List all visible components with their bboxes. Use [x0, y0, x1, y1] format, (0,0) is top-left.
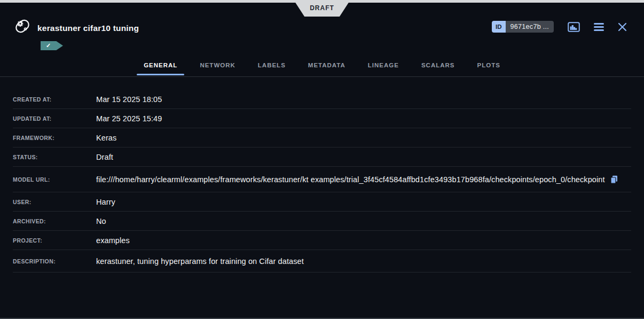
menu-button[interactable] — [594, 23, 604, 31]
field-value: No — [96, 217, 106, 225]
tab-general[interactable]: GENERAL — [137, 53, 184, 76]
page-title: kerastuner cifar10 tuning — [37, 24, 139, 33]
field-value: file:///home/harry/clearml/examples/fram… — [96, 175, 605, 184]
field-value: Harry — [96, 198, 115, 206]
detail-row-framework: FRAMEWORK: Keras — [13, 128, 631, 147]
model-id-badge[interactable]: ID 9671ec7b ... — [492, 21, 554, 33]
field-value: Mar 15 2025 18:05 — [96, 95, 162, 104]
tab-bar: GENERAL NETWORK LABELS METADATA LINEAGE … — [0, 53, 644, 77]
field-label: FRAMEWORK: — [13, 135, 96, 141]
detail-row-user: USER: Harry — [13, 192, 631, 212]
tab-lineage[interactable]: LINEAGE — [361, 53, 406, 76]
detail-row-status: STATUS: Draft — [13, 147, 631, 167]
chart-preview-icon — [568, 22, 580, 32]
close-button[interactable] — [618, 22, 627, 32]
field-value: Keras — [96, 134, 116, 142]
field-label: UPDATED AT: — [13, 115, 96, 122]
gear-glyph — [17, 21, 23, 27]
field-label: MODEL URL: — [13, 176, 96, 183]
model-icon — [14, 18, 31, 35]
tab-scalars[interactable]: SCALARS — [414, 53, 462, 76]
field-label: STATUS: — [13, 154, 96, 160]
detail-row-project: PROJECT: examples — [13, 231, 631, 250]
header-actions: ID 9671ec7b ... — [492, 21, 627, 33]
field-value: Mar 25 2025 15:49 — [96, 114, 162, 123]
chart-preview-button[interactable] — [568, 22, 580, 32]
draft-status-label: DRAFT — [310, 4, 334, 13]
close-icon — [618, 22, 627, 32]
tab-plots[interactable]: PLOTS — [470, 53, 507, 76]
field-label: USER: — [13, 199, 96, 205]
detail-row-model-url: MODEL URL: file:///home/harry/clearml/ex… — [13, 167, 631, 192]
check-icon: ✓ — [41, 41, 56, 50]
copy-icon — [610, 175, 618, 184]
hamburger-menu-icon — [594, 23, 604, 31]
tab-network[interactable]: NETWORK — [193, 53, 242, 76]
field-label: ARCHIVED: — [13, 218, 96, 224]
copy-url-button[interactable] — [610, 175, 618, 184]
field-value: kerastuner, tuning hyperparams for train… — [96, 257, 304, 266]
field-value: Draft — [96, 153, 113, 161]
id-badge-value: 9671ec7b ... — [506, 21, 554, 33]
general-details-table: CREATED AT: Mar 15 2025 18:05 UPDATED AT… — [13, 90, 631, 273]
detail-row-updated-at: UPDATED AT: Mar 25 2025 15:49 — [13, 109, 631, 128]
id-badge-label: ID — [492, 21, 506, 33]
tab-labels[interactable]: LABELS — [251, 53, 293, 76]
field-label: DESCRIPTION: — [13, 258, 96, 264]
field-value: examples — [96, 236, 130, 245]
tab-metadata[interactable]: METADATA — [301, 53, 352, 76]
field-label: PROJECT: — [13, 237, 96, 244]
detail-row-archived: ARCHIVED: No — [13, 212, 631, 231]
detail-row-created-at: CREATED AT: Mar 15 2025 18:05 — [13, 90, 631, 109]
detail-row-description: DESCRIPTION: kerastuner, tuning hyperpar… — [13, 250, 631, 273]
status-check-tag: ✓ — [41, 41, 63, 50]
field-label: CREATED AT: — [13, 96, 96, 103]
model-details-panel: DRAFT kerastuner cifar10 tuning ✓ — [0, 0, 644, 319]
